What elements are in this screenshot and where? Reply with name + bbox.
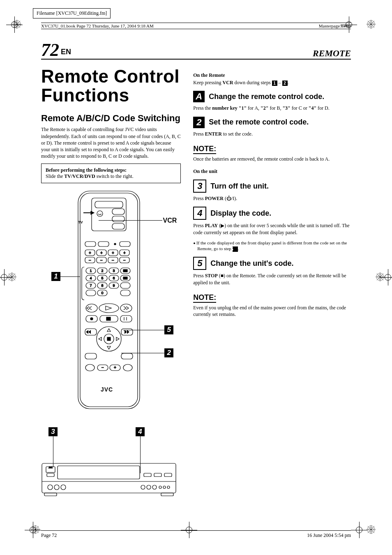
svg-rect-43 [80,193,138,407]
svg-rect-145 [161,493,173,496]
svg-point-135 [48,485,53,490]
svg-rect-78 [123,269,127,272]
svg-text:+: + [123,251,126,255]
inline-step-2: 2 [282,81,288,86]
svg-point-53 [114,243,116,245]
svg-point-142 [163,486,166,488]
svg-text:−: − [100,258,103,263]
svg-text:−: − [101,365,104,370]
page-header: 72EN REMOTE [41,39,351,60]
starburst-icon [367,20,376,29]
inline-step-5: 5 [233,246,238,252]
svg-point-98 [86,304,97,312]
svg-text:5: 5 [101,276,103,280]
svg-point-136 [54,485,59,490]
svg-point-139 [147,485,151,489]
svg-text:0: 0 [101,291,103,295]
svg-rect-86 [123,277,127,279]
svg-rect-132 [144,473,151,477]
footer: Page 72 16 June 2004 5:54 pm [41,530,351,539]
svg-point-47 [97,211,103,216]
svg-rect-133 [154,473,161,477]
svg-text:+: + [112,251,114,255]
filename-box: Filename [XVC37U_09Editing.fm] [33,8,111,18]
note-heading: NOTE: [193,293,216,303]
bookmark-strip: XVC37U_01.book Page 72 Thursday, June 17… [41,23,351,29]
step-3-title: Turn off the unit. [210,182,269,191]
page-lang: EN [61,48,71,56]
svg-rect-106 [120,315,132,322]
svg-text:4: 4 [90,276,92,280]
svg-marker-115 [99,337,101,341]
masterpage-label: Masterpage: [319,23,341,28]
svg-text:+: + [114,365,116,370]
starburst-icon [31,525,40,534]
page-number: 72EN [41,39,71,60]
svg-text:7: 7 [90,283,92,288]
svg-text:9: 9 [113,283,115,288]
remote-diagram: VCR TV 1 5 2 JVC [41,189,181,419]
note-1-text: Once the batteries are removed, the remo… [193,156,351,162]
svg-rect-118 [85,353,97,359]
svg-rect-51 [85,242,96,246]
svg-rect-94 [86,290,96,296]
callout-3: 3 [48,427,58,436]
step-3: 3 Turn off the unit. [193,180,351,193]
step-3-text: Press POWER (⏻/I). [193,195,351,202]
svg-rect-119 [121,353,133,359]
svg-rect-50 [112,223,125,229]
step-4: 4 Display the code. [193,207,351,220]
svg-rect-52 [98,242,109,246]
step-a-text: Press the number key "1" for A, "2" for … [193,105,351,111]
unit-diagram: 3 4 JVC [41,427,181,499]
svg-rect-130 [47,473,54,477]
step-2-title: Set the remote control code. [209,118,309,127]
box-text: Slide the [46,173,64,179]
step-4-text: Press PLAY (▶) on the unit for over 5 se… [193,222,351,235]
step-a-title: Change the remote control code. [209,92,324,101]
svg-marker-100 [106,306,111,310]
page-number-value: 72 [41,40,59,60]
svg-point-141 [159,486,161,488]
step-2-badge: 2 [193,117,205,128]
svg-rect-93 [120,283,130,288]
note-2-text: Even if you unplug the end of the mains … [193,304,351,318]
masterpage: Masterpage:Left0 [319,23,351,28]
page-title: Remote Control Functions [41,67,181,105]
svg-marker-114 [107,346,111,349]
svg-marker-116 [116,337,119,341]
footer-page: Page 72 [41,532,57,539]
step-a-badge: A [193,91,205,102]
section-name: REMOTE [313,48,351,59]
book-stamp: XVC37U_01.book Page 72 Thursday, June 17… [41,23,154,28]
before-steps-box: Before performing the following steps: S… [41,164,181,183]
svg-rect-97 [120,290,130,296]
svg-rect-42 [78,191,140,409]
box-heading: Before performing the following steps: [46,167,127,173]
svg-text:6: 6 [113,276,115,280]
keep-pressing-text: Keep pressing VCR down during steps 1 – … [193,79,351,86]
svg-rect-105 [106,317,111,320]
masterpage-value: Left0 [341,23,351,28]
svg-text:−: − [123,258,126,263]
step-3-badge: 3 [193,180,206,193]
on-unit-heading: On the unit [193,168,351,175]
starburst-icon [376,272,385,281]
step-5-badge: 5 [193,257,206,270]
svg-rect-54 [120,242,130,246]
box-text-bold: TV/VCR/DVD [64,173,95,179]
svg-rect-45 [95,201,123,208]
step-5-text: Press STOP (■) on the Remote. The code c… [193,272,351,286]
svg-marker-113 [107,329,111,332]
svg-rect-49 [112,216,125,222]
remote-illustration: + + + + − − − − 1 [76,189,142,411]
svg-rect-117 [107,337,111,341]
step-2-text: Press ENTER to set the code. [193,131,351,137]
callout-4: 4 [136,427,145,436]
footer-date: 16 June 2004 5:54 pm [307,532,351,539]
step-4-bullet: If the code displayed on the front displ… [193,240,351,252]
svg-text:+: + [89,251,91,255]
vcr-label: VCR [163,217,177,224]
on-remote-heading: On the Remote [193,72,351,78]
starburst-icon [12,20,21,29]
